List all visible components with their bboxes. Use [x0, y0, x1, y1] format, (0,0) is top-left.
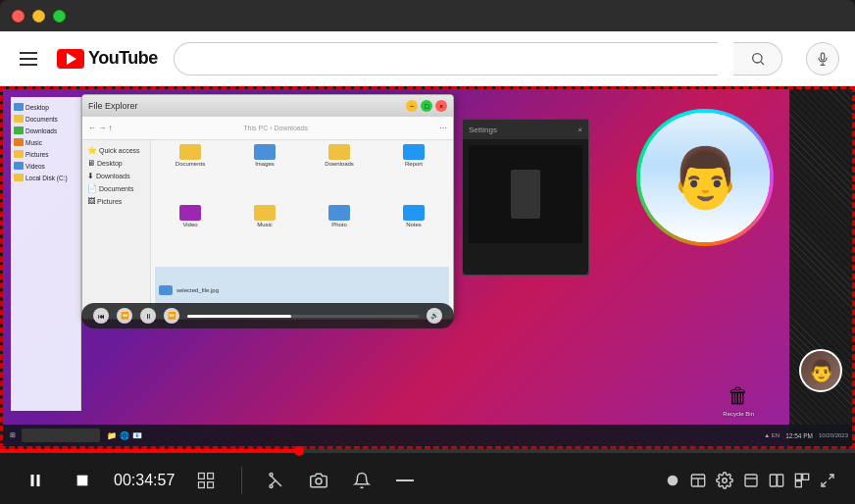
presenter-circle: 👨: [636, 109, 774, 246]
fw-folder-icon-6: [254, 205, 276, 221]
dark-popup-titlebar: Settings ×: [463, 120, 588, 139]
svg-point-20: [723, 479, 728, 483]
fw-sidebar-quick-access: ⭐Quick access: [84, 144, 148, 157]
voice-search-button[interactable]: [806, 42, 839, 76]
fw-folder-icon-3: [328, 144, 350, 160]
fw-img-icon-7: [328, 205, 350, 221]
fe-icon-documents: [14, 115, 24, 123]
mc-progress-bar[interactable]: [187, 315, 419, 318]
fw-close[interactable]: ×: [435, 100, 447, 112]
svg-rect-15: [396, 479, 414, 481]
mc-prev[interactable]: ⏮: [93, 308, 109, 324]
svg-line-29: [822, 481, 827, 486]
svg-rect-23: [770, 475, 777, 486]
cut-button[interactable]: [262, 467, 289, 494]
fe-item-music: Music: [13, 136, 78, 148]
youtube-logo-text: YouTube: [88, 48, 158, 69]
fw-sidebar-documents: 📄Documents: [84, 182, 148, 195]
record-button[interactable]: [665, 473, 680, 488]
svg-rect-6: [199, 474, 205, 479]
fw-file-5: Video: [155, 205, 226, 262]
layout-button[interactable]: [690, 473, 706, 488]
right-dark-panel: [789, 89, 852, 446]
svg-line-1: [761, 62, 764, 65]
small-avatar: 👨: [799, 349, 842, 392]
video-area: Desktop Documents Downloads Music Pictur…: [0, 86, 855, 449]
mc-play[interactable]: ⏸: [140, 308, 156, 324]
svg-point-16: [668, 476, 679, 486]
fullscreen-button[interactable]: [820, 473, 835, 488]
fw-sidebar-desktop: 🖥Desktop: [84, 157, 148, 170]
svg-rect-26: [803, 474, 809, 479]
youtube-logo: YouTube: [57, 48, 158, 69]
fe-item-downloads: Downloads: [13, 125, 78, 136]
file-manager-window: File Explorer − □ × ← → ↑ This PC › Down…: [81, 94, 454, 320]
window-chrome: [0, 0, 855, 31]
fe-item-pictures: Pictures: [13, 148, 78, 160]
search-button[interactable]: [733, 42, 782, 76]
window1-button[interactable]: [743, 473, 759, 488]
search-input[interactable]: [174, 42, 718, 76]
fw-toolbar: ← → ↑ This PC › Downloads ⋯: [82, 117, 453, 140]
mc-progress-fill: [187, 315, 291, 318]
dark-popup-dialog: Settings ×: [462, 119, 589, 276]
svg-rect-8: [199, 482, 205, 488]
vt-right-icons: ▲ EN 12:54 PM 10/20/2023: [764, 432, 848, 439]
minimize-button[interactable]: [32, 10, 45, 23]
fw-sidebar-downloads: ⬇Downloads: [84, 170, 148, 182]
fe-icon-music: [14, 138, 24, 146]
minus-button[interactable]: [391, 467, 419, 494]
fw-file-6: Music: [229, 205, 300, 262]
stop-button[interactable]: [67, 465, 98, 496]
video-progress-container[interactable]: [0, 449, 855, 453]
fe-icon-local-disk: [14, 174, 24, 181]
svg-rect-27: [795, 481, 801, 487]
alarm-button[interactable]: [348, 467, 376, 494]
fw-file-1: Documents: [155, 144, 226, 201]
fw-doc-icon-8: [403, 205, 425, 221]
mc-forward[interactable]: ⏩: [164, 308, 179, 324]
fw-sidebar: ⭐Quick access 🖥Desktop ⬇Downloads 📄Docum…: [82, 140, 151, 319]
grid-view-button[interactable]: [190, 467, 222, 494]
fw-file-8: Notes: [378, 205, 449, 262]
pause-button[interactable]: [20, 465, 51, 496]
svg-rect-25: [795, 474, 801, 479]
fw-controls: − □ ×: [406, 100, 447, 112]
fw-minimize[interactable]: −: [406, 100, 418, 112]
fe-item-documents: Documents: [13, 113, 78, 125]
fw-folder-icon-1: [179, 144, 201, 160]
youtube-play-icon: [67, 53, 76, 65]
camera-button[interactable]: [305, 467, 332, 494]
right-controls: [665, 472, 835, 489]
svg-rect-2: [821, 53, 825, 60]
svg-point-0: [752, 53, 761, 62]
media-player-controls[interactable]: ⏮ ⏪ ⏸ ⏩ 🔊: [81, 303, 454, 328]
fw-content: ⭐Quick access 🖥Desktop ⬇Downloads 📄Docum…: [82, 140, 453, 319]
fw-file-7: Photo: [304, 205, 375, 262]
window2-button[interactable]: [769, 473, 784, 488]
hamburger-menu[interactable]: [16, 48, 41, 70]
fe-item-videos: Videos: [13, 160, 78, 172]
video-progress-dot: [294, 446, 304, 456]
mc-volume[interactable]: 🔊: [427, 308, 442, 324]
presenter-avatar: 👨: [640, 113, 770, 242]
maximize-button[interactable]: [53, 10, 66, 23]
svg-rect-5: [77, 476, 88, 486]
file-explorer-sidebar: Desktop Documents Downloads Music Pictur…: [11, 97, 81, 411]
settings-button[interactable]: [716, 472, 733, 489]
svg-line-13: [272, 480, 277, 485]
recycle-bin-icon: 🗑 Recycle Bin: [723, 383, 754, 417]
recycle-bin-glyph: 🗑: [728, 383, 749, 409]
separator-1: [241, 467, 242, 494]
close-button[interactable]: [12, 10, 25, 23]
fw-main: Documents Images Downloads Report: [151, 140, 453, 319]
fw-file-3: Downloads: [304, 144, 375, 201]
fw-maximize[interactable]: □: [421, 100, 432, 112]
svg-rect-3: [31, 475, 34, 486]
svg-point-14: [316, 479, 322, 484]
fw-sidebar-pictures: 🖼Pictures: [84, 195, 148, 208]
window3-button[interactable]: [794, 473, 810, 488]
mc-rewind[interactable]: ⏪: [117, 308, 132, 324]
fe-item-desktop: Desktop: [13, 101, 78, 113]
fe-item-local-disk: Local Disk (C:): [13, 172, 78, 183]
